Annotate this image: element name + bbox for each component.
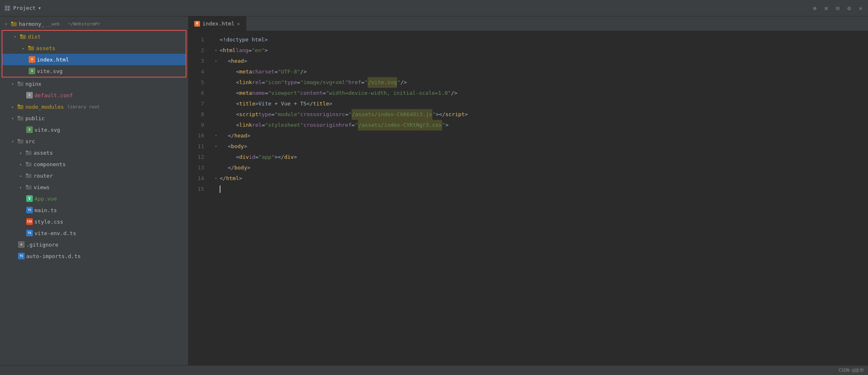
l6-attr1: name <box>252 88 265 98</box>
l5-close: /> <box>400 77 407 88</box>
close-icon[interactable]: ✕ <box>857 5 864 11</box>
l11-gt: > <box>244 141 247 152</box>
tree-item-router[interactable]: router <box>0 170 188 181</box>
l2-tag: html <box>223 45 236 56</box>
add-icon[interactable]: ⊕ <box>811 5 818 11</box>
tree-item-app-vue[interactable]: V App.vue <box>0 193 188 204</box>
tab-close-btn[interactable]: ✕ <box>237 21 240 27</box>
l4-val: "UTF-8" <box>278 66 300 77</box>
l2-gt: > <box>265 45 268 56</box>
l5-lt: < <box>236 77 239 88</box>
tab-index-html[interactable]: H index.html ✕ <box>189 16 246 31</box>
tree-item-public-vite-svg[interactable]: S vite.svg <box>0 124 188 135</box>
l9-lt: < <box>236 120 239 130</box>
app-vue-label: App.vue <box>34 196 57 202</box>
tree-item-src-assets[interactable]: assets <box>0 147 188 158</box>
l12-eq: = <box>255 152 259 162</box>
dist-folder-icon <box>20 33 26 40</box>
components-arrow <box>18 161 24 167</box>
l6-val1: "viewport" <box>268 88 300 98</box>
tree-item-main-ts[interactable]: TS main.ts <box>0 204 188 216</box>
tree-item-style-css[interactable]: CSS style.css <box>0 216 188 227</box>
tree-item-public[interactable]: public <box>0 112 188 124</box>
tree-root[interactable]: harmony___web ~/WebstormPr <box>0 18 188 30</box>
tree-item-assets[interactable]: assets <box>2 42 186 54</box>
root-folder-icon <box>11 21 17 27</box>
nginx-folder-icon <box>17 80 24 87</box>
l5-attr1: rel <box>252 77 261 88</box>
tree-item-components[interactable]: components <box>0 158 188 170</box>
tree-item-src[interactable]: src <box>0 135 188 147</box>
src-arrow <box>10 138 16 144</box>
code-line-5: <link rel="icon" type="image/svg+xml" hr… <box>213 77 868 88</box>
l10-fold[interactable] <box>213 133 219 139</box>
l2-attr: lang <box>236 45 248 56</box>
l5-val3: " <box>364 77 368 88</box>
tree-item-nginx[interactable]: nginx <box>0 78 188 89</box>
vite-svg-label: vite.svg <box>37 68 63 74</box>
l13-tag: body <box>234 162 247 173</box>
views-folder-icon <box>25 184 32 190</box>
l3-fold[interactable] <box>213 58 219 64</box>
l14-fold[interactable] <box>213 176 219 181</box>
gitignore-label: .gitignore <box>26 242 58 248</box>
tree-item-default-conf[interactable]: C default.conf <box>0 89 188 101</box>
l9-eq3: = <box>352 120 355 130</box>
settings-icon[interactable]: ⚙ <box>846 5 852 11</box>
l7-tag2: title <box>313 98 329 109</box>
l9-gt: > <box>445 120 449 130</box>
l2-lt: < <box>220 45 223 56</box>
project-title: Project <box>13 5 36 11</box>
index-html-icon: H <box>29 56 35 63</box>
l9-val3b: " <box>442 120 445 130</box>
tree-item-node-modules[interactable]: node_modules library root <box>0 101 188 112</box>
style-css-label: style.css <box>34 219 63 225</box>
l8-gt: ></ <box>436 109 445 120</box>
svg-rect-17 <box>18 139 20 140</box>
collapse-icon[interactable]: ⊟ <box>834 5 841 11</box>
code-line-11: <body> <box>213 141 868 152</box>
tree-item-gitignore[interactable]: ⊘ .gitignore <box>0 239 188 250</box>
l14-lt: </ <box>220 173 226 184</box>
sort-icon[interactable]: ≡ <box>823 5 829 11</box>
l5-path: /vite.svg <box>368 77 397 88</box>
tree-item-index-html[interactable]: H index.html <box>2 54 186 65</box>
router-arrow <box>18 173 24 178</box>
root-label: harmony_ <box>19 21 45 27</box>
code-line-6: <meta name="viewport" content="width=dev… <box>213 88 868 98</box>
dist-label: dist <box>28 34 41 40</box>
tree-item-auto-imports[interactable]: TS auto-imports.d.ts <box>0 250 188 262</box>
tree-item-vite-env-dts[interactable]: TS vite-env.d.ts <box>0 227 188 239</box>
l2-fold[interactable] <box>213 48 219 53</box>
l12-lt1: < <box>236 152 239 162</box>
l7-lt2: </ <box>307 98 313 109</box>
l13-gt: > <box>247 162 250 173</box>
l7-gt2: > <box>329 98 332 109</box>
tree-item-vite-svg[interactable]: S vite.svg <box>2 65 186 77</box>
main-ts-icon: TS <box>26 207 33 213</box>
code-line-13: </body> <box>213 162 868 173</box>
l2-eq: = <box>248 45 252 56</box>
l9-tag: link <box>239 120 252 130</box>
l12-end: ></ <box>275 152 284 162</box>
tree-item-dist[interactable]: dist <box>2 31 186 42</box>
code-line-14: </html> <box>213 173 868 184</box>
dropdown-arrow[interactable]: ▾ <box>38 5 41 11</box>
views-arrow <box>18 184 24 190</box>
l6-eq1: = <box>265 88 268 98</box>
l10-gt: > <box>247 130 250 141</box>
l3-tag: head <box>231 56 244 66</box>
code-line-1: <!doctype html> <box>213 34 868 45</box>
l9-eq1: = <box>262 120 265 130</box>
tree-item-views[interactable]: views <box>0 181 188 193</box>
l14-gt: > <box>239 173 242 184</box>
l14-tag: html <box>226 173 239 184</box>
library-root-badge: library root <box>67 104 100 110</box>
node-modules-label: node_modules <box>25 104 64 110</box>
l7-content: Vite + Vue + TS <box>259 98 307 109</box>
l4-lt: < <box>236 66 239 77</box>
index-html-label: index.html <box>37 57 69 63</box>
src-label: src <box>25 138 35 144</box>
l11-fold[interactable] <box>213 144 219 149</box>
text-cursor <box>220 185 220 193</box>
